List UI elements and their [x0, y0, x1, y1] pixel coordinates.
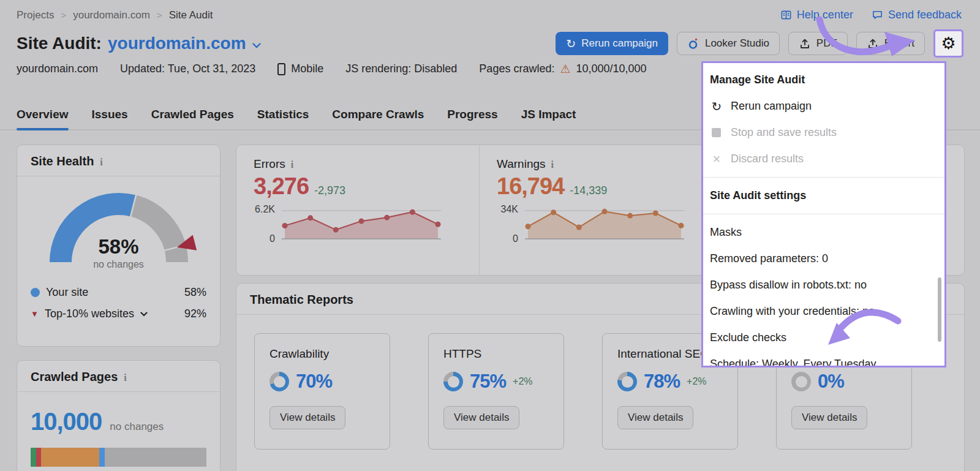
rerun-campaign-button[interactable]: ↻ Rerun campaign: [556, 32, 668, 55]
warning-triangle-icon[interactable]: ⚠: [560, 62, 570, 76]
looker-studio-button[interactable]: Looker Studio: [677, 32, 780, 55]
info-icon[interactable]: i: [100, 157, 102, 168]
rerun-campaign-label: Rerun campaign: [581, 37, 658, 50]
send-feedback-link[interactable]: Send feedback: [872, 9, 962, 21]
help-center-icon: [780, 9, 792, 21]
refresh-icon: ↻: [566, 37, 576, 51]
dropdown-masks[interactable]: Masks: [703, 219, 944, 246]
tab-issues[interactable]: Issues: [92, 108, 128, 129]
thematic-percent: 75%: [470, 371, 506, 393]
crawled-pages-title: Crawled Pages: [31, 370, 118, 384]
breadcrumb-domain[interactable]: yourdomain.com: [73, 9, 150, 21]
x-icon: ×: [710, 153, 723, 166]
warnings-trend-chart[interactable]: [525, 207, 684, 241]
site-health-note: no changes: [39, 259, 198, 270]
tab-crawled-pages[interactable]: Crawled Pages: [151, 108, 234, 129]
thematic-card-https: HTTPS 75% +2% View details: [428, 333, 564, 450]
legend-your-site-label: Your site: [46, 286, 88, 299]
donut-ring: [270, 372, 289, 391]
errors-title: Errors: [254, 157, 285, 171]
bar-segment-healthy-green: [31, 448, 36, 467]
site-health-card: Site Health i 58% no changes Your site 5…: [17, 145, 221, 347]
warnings-delta: -14,339: [570, 184, 607, 197]
breadcrumb-projects[interactable]: Projects: [17, 9, 54, 21]
info-icon[interactable]: i: [291, 159, 293, 170]
view-details-button[interactable]: View details: [791, 406, 867, 429]
dropdown-exclude-checks[interactable]: Exclude checks: [703, 325, 944, 351]
campaign-selector[interactable]: yourdomain.com: [108, 34, 246, 53]
view-details-button[interactable]: View details: [443, 406, 519, 429]
topbar: Projects > yourdomain.com > Site Audit H…: [17, 9, 962, 21]
site-audit-settings-dropdown: Manage Site Audit ↻ Rerun campaign Stop …: [701, 61, 946, 367]
refresh-icon: ↻: [710, 99, 723, 114]
warnings-value: 16,794: [497, 173, 564, 200]
help-center-label: Help center: [797, 9, 853, 21]
view-details-label: View details: [454, 412, 509, 424]
view-details-label: View details: [628, 412, 683, 424]
tab-statistics[interactable]: Statistics: [257, 108, 309, 129]
meta-js-rendering: JS rendering: Disabled: [345, 62, 457, 75]
blue-dot-icon: [31, 288, 40, 297]
thematic-percent: 70%: [296, 371, 332, 393]
breadcrumb: Projects > yourdomain.com > Site Audit: [17, 9, 213, 21]
info-icon[interactable]: i: [124, 372, 126, 383]
export-button[interactable]: Export: [856, 32, 925, 55]
looker-studio-icon: [687, 37, 699, 50]
view-details-button[interactable]: View details: [270, 406, 345, 429]
warnings-ymax-label: 34K: [501, 204, 518, 215]
chevron-down-icon[interactable]: [140, 312, 148, 317]
help-center-link[interactable]: Help center: [780, 9, 853, 21]
chevron-down-icon[interactable]: [252, 43, 261, 48]
thematic-percent: 78%: [644, 371, 680, 393]
looker-studio-label: Looker Studio: [705, 37, 769, 50]
errors-ymin-label: 0: [270, 233, 275, 244]
export-label: Export: [884, 37, 914, 50]
errors-value: 3,276: [254, 173, 309, 200]
dropdown-scrollbar[interactable]: [938, 277, 941, 342]
settings-gear-button[interactable]: ⚙: [933, 29, 963, 58]
dropdown-settings-heading: Site Audit settings: [703, 183, 944, 209]
dropdown-crawling-credentials[interactable]: Crawling with your credentials: no: [703, 298, 944, 325]
dropdown-bypass-disallow[interactable]: Bypass disallow in robots.txt: no: [703, 272, 944, 298]
bar-segment-issues-orange: [41, 448, 99, 467]
info-icon[interactable]: i: [551, 159, 554, 170]
upload-icon: [799, 37, 811, 50]
pdf-label: PDF: [816, 37, 837, 50]
warnings-title: Warnings: [497, 157, 546, 171]
legend-top10-websites[interactable]: ▼ Top-10% websites 92%: [31, 303, 206, 325]
errors-ymax-label: 6.2K: [255, 204, 275, 215]
dropdown-discard-results[interactable]: × Discard results: [703, 146, 944, 172]
dropdown-stop-and-save[interactable]: Stop and save results: [703, 119, 944, 146]
view-details-button[interactable]: View details: [617, 406, 693, 429]
crawled-pages-stacked-bar[interactable]: [31, 448, 206, 467]
crawled-pages-card: Crawled Pages i 10,000 no changes: [17, 360, 221, 471]
view-details-label: View details: [280, 412, 335, 424]
dropdown-manage-heading: Manage Site Audit: [703, 67, 944, 93]
dropdown-schedule[interactable]: Schedule: Weekly, Every Tuesday: [703, 351, 944, 367]
tab-overview[interactable]: Overview: [17, 108, 69, 129]
tab-progress[interactable]: Progress: [447, 108, 497, 129]
crawled-pages-value: 10,000: [31, 408, 102, 435]
tab-compare-crawls[interactable]: Compare Crawls: [332, 108, 424, 129]
feedback-bubble-icon: [872, 9, 883, 21]
thematic-delta: +2%: [513, 376, 532, 387]
legend-top10-label: Top-10% websites: [45, 307, 134, 320]
stop-square-icon: [712, 128, 721, 137]
gear-icon: ⚙: [941, 36, 956, 52]
errors-trend-chart[interactable]: [282, 207, 441, 241]
pdf-button[interactable]: PDF: [788, 32, 848, 55]
legend-your-site-value: 58%: [184, 286, 206, 299]
dropdown-removed-parameters[interactable]: Removed parameters: 0: [703, 246, 944, 272]
page-title: Site Audit: yourdomain.com: [17, 34, 261, 53]
tab-js-impact[interactable]: JS Impact: [521, 108, 576, 129]
send-feedback-label: Send feedback: [888, 9, 962, 21]
breadcrumb-site-audit: Site Audit: [169, 9, 213, 21]
meta-device: Mobile: [291, 62, 323, 75]
site-health-gauge: 58% no changes: [39, 184, 198, 276]
page-title-label: Site Audit:: [17, 34, 102, 53]
dropdown-rerun-campaign[interactable]: ↻ Rerun campaign: [703, 93, 944, 119]
site-health-title: Site Health: [31, 154, 94, 168]
breadcrumb-separator: >: [61, 10, 66, 20]
thematic-percent: 0%: [818, 371, 844, 393]
divider: [703, 177, 944, 178]
